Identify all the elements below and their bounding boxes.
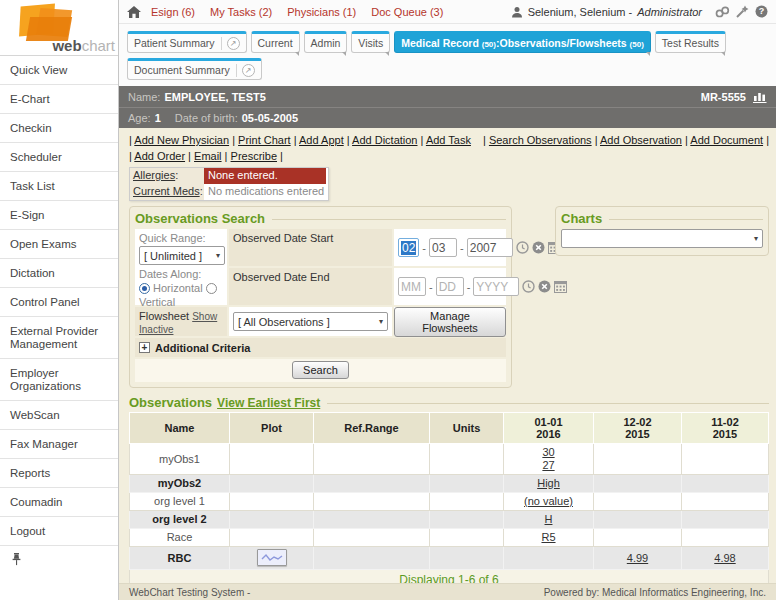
sidebar-item-fax-manager[interactable]: Fax Manager: [0, 430, 118, 459]
sidebar-item-e-chart[interactable]: E-Chart: [0, 85, 118, 114]
link-add-dictation[interactable]: Add Dictation: [352, 134, 417, 146]
link-email[interactable]: Email: [194, 150, 222, 162]
tab-test-results[interactable]: Test Results: [655, 31, 726, 53]
end-day-input[interactable]: [436, 277, 464, 296]
sidebar-item-employer-organizations[interactable]: Employer Organizations: [0, 359, 118, 401]
link-add-observation[interactable]: Add Observation: [600, 134, 682, 146]
sidebar-item-e-sign[interactable]: E-Sign: [0, 201, 118, 230]
webchart-logo[interactable]: webchart: [0, 0, 118, 56]
units-cell: [430, 475, 504, 493]
open-chart-chip[interactable]: ↗: [221, 37, 240, 50]
column-header-01-01-2016[interactable]: 01-012016: [504, 413, 594, 444]
manage-flowsheets-button[interactable]: Manage Flowsheets: [394, 307, 506, 337]
charts-title: Charts: [561, 211, 602, 226]
sidebar-item-control-panel[interactable]: Control Panel: [0, 288, 118, 317]
bar-chart-icon[interactable]: [753, 91, 767, 103]
sidebar-item-open-exams[interactable]: Open Exams: [0, 230, 118, 259]
link-icon[interactable]: [715, 6, 730, 18]
start-year-input[interactable]: [467, 238, 513, 257]
flowsheet-label: Flowsheet: [139, 310, 189, 322]
column-header-12-02-2015[interactable]: 12-022015: [594, 413, 682, 444]
end-year-input[interactable]: [473, 277, 519, 296]
tab-document-summary[interactable]: Document Summary↗: [127, 58, 262, 80]
sidebar-item-dictation[interactable]: Dictation: [0, 259, 118, 288]
obs-value-link[interactable]: 4.98: [682, 552, 768, 565]
quick-range-select[interactable]: [ Unlimited ]▾: [139, 246, 225, 265]
obs-value-link[interactable]: 27: [504, 459, 593, 472]
obs-value-link[interactable]: R5: [504, 531, 593, 544]
column-header-units[interactable]: Units: [430, 413, 504, 444]
link-add-appt[interactable]: Add Appt: [299, 134, 344, 146]
observation-name: myObs1: [130, 444, 230, 475]
link-add-new-physician[interactable]: Add New Physician: [134, 134, 229, 146]
start-month-input[interactable]: 02: [398, 238, 419, 257]
tab-medical-record-50-observations-flowsheets-50[interactable]: Medical Record (50):Observations/Flowshe…: [394, 31, 651, 53]
charts-header: Charts: [561, 211, 763, 226]
sidebar-item-webscan[interactable]: WebScan: [0, 401, 118, 430]
wand-icon[interactable]: [736, 5, 749, 18]
sidebar-item-logout[interactable]: Logout: [0, 517, 118, 546]
column-header-name[interactable]: Name: [130, 413, 230, 444]
obs-value-link[interactable]: High: [504, 477, 593, 490]
clock-icon[interactable]: [522, 280, 535, 293]
clear-date-icon[interactable]: [538, 280, 551, 293]
topnav-my-tasks[interactable]: My Tasks (2): [210, 6, 272, 18]
link-add-order[interactable]: Add Order: [134, 150, 185, 162]
expand-plus-icon: +: [139, 342, 150, 353]
search-button[interactable]: Search: [292, 361, 349, 379]
link-add-task[interactable]: Add Task: [426, 134, 471, 146]
column-header-ref-range[interactable]: Ref.Range: [314, 413, 430, 444]
open-chart-chip[interactable]: ↗: [236, 64, 255, 77]
tab-patient-summary[interactable]: Patient Summary↗: [127, 31, 247, 53]
start-day-input[interactable]: [429, 238, 457, 257]
home-icon[interactable]: [127, 6, 141, 18]
vertical-radio[interactable]: [206, 283, 217, 294]
sparkline-icon[interactable]: [257, 549, 287, 566]
sidebar-item-checkin[interactable]: Checkin: [0, 114, 118, 143]
obs-value-link[interactable]: 30: [504, 446, 593, 459]
topnav-doc-queue[interactable]: Doc Queue (3): [371, 6, 443, 18]
topnav-physicians[interactable]: Physicians (1): [287, 6, 356, 18]
tab-current[interactable]: Current: [251, 31, 300, 53]
sidebar-item-scheduler[interactable]: Scheduler: [0, 143, 118, 172]
current-meds-link[interactable]: Current Meds: [133, 185, 200, 197]
sidebar-item-quick-view[interactable]: Quick View: [0, 56, 118, 85]
clock-icon[interactable]: [516, 241, 529, 254]
obs-value-link[interactable]: H: [504, 513, 593, 526]
flowsheet-select-cell: [ All Observations ]▾: [229, 307, 392, 336]
quick-links-row-2: | Add Order | Email | Prescribe |: [129, 148, 769, 164]
end-month-input[interactable]: [398, 277, 426, 296]
calendar-icon[interactable]: [554, 280, 567, 293]
flowsheet-select[interactable]: [ All Observations ]▾: [233, 312, 388, 331]
link-search-observations[interactable]: Search Observations: [489, 134, 592, 146]
svg-text:?: ?: [759, 6, 765, 16]
charts-select[interactable]: ▾: [561, 229, 763, 248]
quick-range-label: Quick Range:: [139, 231, 223, 245]
link-prescribe[interactable]: Prescribe: [231, 150, 277, 162]
horizontal-radio[interactable]: [139, 283, 150, 294]
topnav-esign[interactable]: Esign (6): [151, 6, 195, 18]
allergies-link[interactable]: Allergies: [133, 169, 175, 181]
tab-admin[interactable]: Admin: [304, 31, 348, 53]
obs-value-link[interactable]: 4.99: [594, 552, 681, 565]
clear-date-icon[interactable]: [532, 241, 545, 254]
help-icon[interactable]: ?: [755, 5, 768, 18]
sidebar-item-reports[interactable]: Reports: [0, 459, 118, 488]
view-earliest-first-link[interactable]: View Earliest First: [217, 396, 320, 410]
additional-criteria-toggle[interactable]: + Additional Criteria: [135, 338, 506, 357]
value-cell: [594, 529, 682, 547]
user-name[interactable]: Selenium, Selenium -: [528, 6, 633, 18]
tab-visits[interactable]: Visits: [351, 31, 390, 53]
link-add-document[interactable]: Add Document: [690, 134, 763, 146]
observed-date-start-label: Observed Date Start: [229, 229, 392, 266]
sidebar-item-task-list[interactable]: Task List: [0, 172, 118, 201]
pin-icon[interactable]: [12, 553, 21, 566]
footer: WebChart Testing System - Powered by: Me…: [119, 583, 776, 600]
sidebar-item-external-provider-management[interactable]: External Provider Management: [0, 317, 118, 359]
column-header-11-02-2015[interactable]: 11-022015: [682, 413, 769, 444]
allergies-row: Allergies None entered.: [130, 168, 328, 184]
obs-value-link[interactable]: (no value): [504, 495, 593, 508]
sidebar-item-coumadin[interactable]: Coumadin: [0, 488, 118, 517]
link-print-chart[interactable]: Print Chart: [238, 134, 291, 146]
column-header-plot[interactable]: Plot: [230, 413, 314, 444]
